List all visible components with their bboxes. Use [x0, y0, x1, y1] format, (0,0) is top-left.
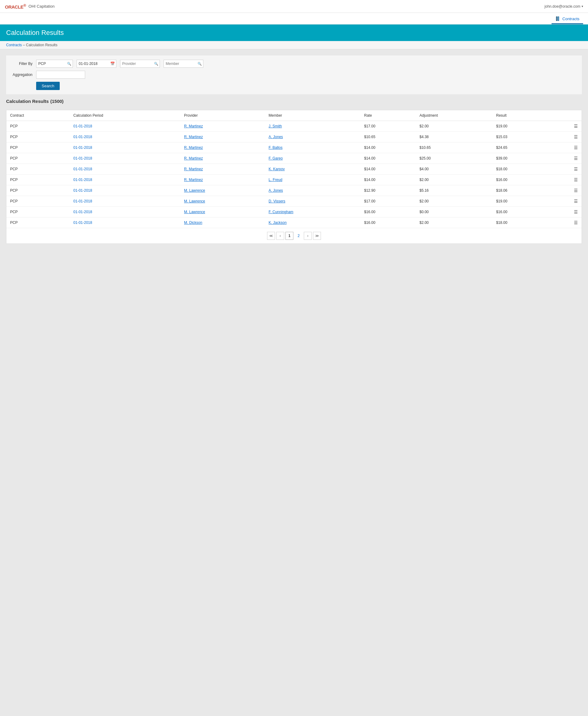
filter-by-row: Filter By 🔍 📅 🔍 🔍	[11, 60, 577, 68]
cell-contract-9: PCP	[6, 217, 70, 228]
row-menu-icon-8[interactable]: ☰	[574, 209, 578, 214]
cell-adjustment-5: $2.00	[416, 174, 492, 185]
cell-provider-2[interactable]: R. Martinez	[181, 142, 265, 153]
pagination-page-2-link[interactable]: 2	[295, 232, 302, 240]
contracts-nav-label: Contracts	[562, 17, 580, 21]
cell-provider-9[interactable]: M. Dickson	[181, 217, 265, 228]
row-menu-icon-3[interactable]: ☰	[574, 156, 578, 161]
results-table: Contract Calculation Period Provider Mem…	[6, 110, 582, 228]
breadcrumb-separator: –	[23, 43, 26, 47]
cell-member-9[interactable]: K. Jackson	[265, 217, 360, 228]
cell-adjustment-8: $0.00	[416, 207, 492, 217]
cell-menu-3[interactable]: ☰	[548, 153, 582, 164]
dropdown-arrow-icon[interactable]: ▾	[582, 5, 583, 8]
cell-period-3[interactable]: 01-01-2018	[70, 153, 181, 164]
cell-member-2[interactable]: F. Ballos	[265, 142, 360, 153]
cell-menu-4[interactable]: ☰	[548, 164, 582, 174]
cell-period-9[interactable]: 01-01-2018	[70, 217, 181, 228]
results-table-wrap: Contract Calculation Period Provider Mem…	[6, 110, 582, 244]
pcp-filter-wrap: 🔍	[36, 60, 73, 68]
row-menu-icon-5[interactable]: ☰	[574, 177, 578, 182]
cell-menu-8[interactable]: ☰	[548, 207, 582, 217]
search-button[interactable]: Search	[36, 82, 60, 90]
cell-period-0[interactable]: 01-01-2018	[70, 121, 181, 132]
cell-menu-2[interactable]: ☰	[548, 142, 582, 153]
top-bar: ORACLE® OHI Capitation john.doe@oracle.c…	[0, 0, 588, 13]
row-menu-icon-7[interactable]: ☰	[574, 199, 578, 204]
cell-period-2[interactable]: 01-01-2018	[70, 142, 181, 153]
calendar-icon[interactable]: 📅	[110, 62, 115, 66]
cell-period-8[interactable]: 01-01-2018	[70, 207, 181, 217]
pagination-page-1-button[interactable]: 1	[286, 232, 293, 240]
results-title: Calculation Results	[6, 99, 49, 104]
cell-period-4[interactable]: 01-01-2018	[70, 164, 181, 174]
cell-provider-7[interactable]: M. Lawrence	[181, 196, 265, 207]
cell-member-6[interactable]: A. Jones	[265, 185, 360, 196]
cell-menu-1[interactable]: ☰	[548, 132, 582, 142]
cell-contract-3: PCP	[6, 153, 70, 164]
cell-member-5[interactable]: L. Freud	[265, 174, 360, 185]
pagination-last-button[interactable]: ≫	[313, 232, 321, 240]
cell-result-0: $19.00	[492, 121, 548, 132]
date-filter-wrap: 📅	[77, 60, 117, 68]
cell-adjustment-7: $2.00	[416, 196, 492, 207]
cell-provider-0[interactable]: R. Martinez	[181, 121, 265, 132]
cell-provider-3[interactable]: R. Martinez	[181, 153, 265, 164]
row-menu-icon-6[interactable]: ☰	[574, 188, 578, 193]
cell-member-0[interactable]: J. Smith	[265, 121, 360, 132]
cell-result-3: $39.00	[492, 153, 548, 164]
pagination-prev-button[interactable]: ‹	[276, 232, 284, 240]
contracts-nav-item[interactable]: Contracts	[551, 14, 583, 24]
cell-result-1: $15.03	[492, 132, 548, 142]
cell-provider-6[interactable]: M. Lawrence	[181, 185, 265, 196]
row-menu-icon-9[interactable]: ☰	[574, 220, 578, 225]
table-row: PCP 01-01-2018 R. Martinez A. Jones $10.…	[6, 132, 582, 142]
cell-provider-1[interactable]: R. Martinez	[181, 132, 265, 142]
oracle-logo: ORACLE®	[5, 3, 26, 9]
cell-rate-0: $17.00	[360, 121, 416, 132]
table-row: PCP 01-01-2018 R. Martinez L. Freud $14.…	[6, 174, 582, 185]
pagination-first-button[interactable]: ≪	[267, 232, 275, 240]
col-contract: Contract	[6, 110, 70, 121]
cell-contract-6: PCP	[6, 185, 70, 196]
next-page-icon: ›	[307, 234, 308, 238]
row-menu-icon-2[interactable]: ☰	[574, 145, 578, 150]
cell-adjustment-1: $4.38	[416, 132, 492, 142]
row-menu-icon-4[interactable]: ☰	[574, 167, 578, 171]
cell-member-3[interactable]: F. Gareo	[265, 153, 360, 164]
cell-member-4[interactable]: K. Karpov	[265, 164, 360, 174]
cell-member-8[interactable]: F. Cunningham	[265, 207, 360, 217]
cell-provider-5[interactable]: R. Martinez	[181, 174, 265, 185]
page-header: Calculation Results	[0, 24, 588, 41]
filter-section: Filter By 🔍 📅 🔍 🔍 Aggregation	[6, 56, 582, 94]
user-area: john.doe@oracle.com ▾	[545, 4, 583, 8]
breadcrumb-contracts-link[interactable]: Contracts	[6, 43, 22, 47]
cell-menu-9[interactable]: ☰	[548, 217, 582, 228]
cell-member-7[interactable]: D. Vissers	[265, 196, 360, 207]
provider-search-icon: 🔍	[154, 62, 158, 66]
aggregation-input[interactable]	[36, 71, 85, 79]
pagination-next-button[interactable]: ›	[304, 232, 312, 240]
cell-menu-7[interactable]: ☰	[548, 196, 582, 207]
cell-menu-6[interactable]: ☰	[548, 185, 582, 196]
cell-period-6[interactable]: 01-01-2018	[70, 185, 181, 196]
nav-bar: Contracts	[0, 13, 588, 24]
cell-period-1[interactable]: 01-01-2018	[70, 132, 181, 142]
cell-menu-5[interactable]: ☰	[548, 174, 582, 185]
cell-adjustment-4: $4.00	[416, 164, 492, 174]
cell-adjustment-0: $2.00	[416, 121, 492, 132]
table-header-row: Contract Calculation Period Provider Mem…	[6, 110, 582, 121]
logo-area: ORACLE® OHI Capitation	[5, 3, 55, 9]
cell-member-1[interactable]: A. Jones	[265, 132, 360, 142]
cell-provider-4[interactable]: R. Martinez	[181, 164, 265, 174]
cell-provider-8[interactable]: M. Lawrence	[181, 207, 265, 217]
last-page-icon: ≫	[315, 234, 319, 238]
cell-result-4: $18.00	[492, 164, 548, 174]
cell-adjustment-3: $25.00	[416, 153, 492, 164]
cell-period-5[interactable]: 01-01-2018	[70, 174, 181, 185]
cell-result-2: $24.65	[492, 142, 548, 153]
cell-period-7[interactable]: 01-01-2018	[70, 196, 181, 207]
row-menu-icon-1[interactable]: ☰	[574, 134, 578, 139]
row-menu-icon-0[interactable]: ☰	[574, 124, 578, 129]
cell-menu-0[interactable]: ☰	[548, 121, 582, 132]
